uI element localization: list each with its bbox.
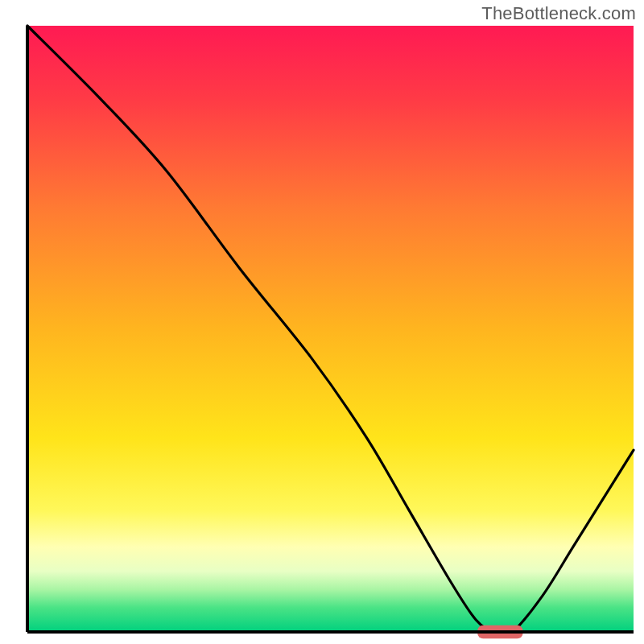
bottleneck-chart xyxy=(0,0,644,644)
watermark-text: TheBottleneck.com xyxy=(481,3,636,24)
chart-stage: TheBottleneck.com xyxy=(0,0,644,644)
